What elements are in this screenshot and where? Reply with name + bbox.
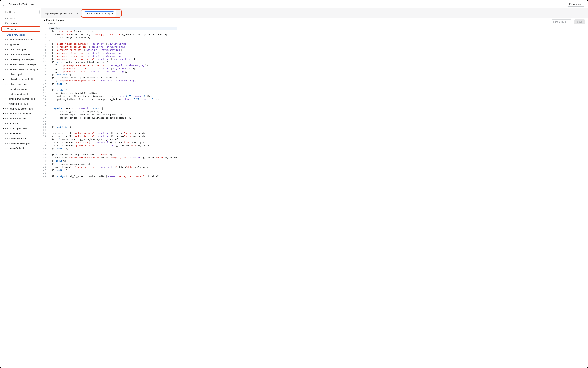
code-line[interactable]: } (49, 101, 177, 104)
code-line[interactable]: {{ 'component-rating.css' | asset_url | … (49, 55, 177, 58)
file-item[interactable]: image-banner.liquid (0, 136, 41, 141)
file-item[interactable]: header.liquid (0, 131, 41, 136)
file-item[interactable]: footer.liquid (0, 121, 41, 126)
code-line[interactable]: class="section-{{ section.id }}-padding … (49, 33, 177, 36)
code-line[interactable]: data-section="{{ section.id }}" (49, 36, 177, 39)
file-item[interactable]: featured-collection.liquid (0, 106, 41, 111)
line-number: 41 (42, 150, 47, 153)
code-line[interactable]: {{ 'component-swatch.css' | asset_url | … (49, 70, 177, 73)
code-line[interactable]: {%- endif -%} (49, 147, 177, 150)
code-line[interactable]: {%- style -%} (49, 89, 177, 92)
add-section-button[interactable]: +Add a new section (0, 32, 41, 37)
code-line[interactable]: id="MainProduct-{{ section.id }}" (49, 30, 177, 33)
code-line[interactable]: {%- if product.quantity_price_breaks_con… (49, 138, 177, 141)
code-line[interactable]: {%- endif -%} (49, 82, 177, 85)
file-item[interactable]: featured-blog.liquid (0, 101, 41, 106)
code-line[interactable]: {{ 'section-main-product.css' | asset_ur… (49, 42, 177, 46)
file-item[interactable]: contact-form.liquid (0, 87, 41, 92)
code-line[interactable]: .section-{{ section.id }}-padding { (49, 92, 177, 95)
file-item[interactable]: header-group.json (0, 126, 41, 131)
code-line[interactable] (49, 104, 177, 107)
file-item[interactable]: custom-liquid.liquid (0, 92, 41, 96)
file-item[interactable]: footer-group.json (0, 116, 41, 121)
file-item[interactable]: cart-notification-button.liquid (0, 62, 41, 67)
file-item[interactable]: cart-drawer.liquid (0, 47, 41, 52)
file-item[interactable]: cart-live-region-text.liquid (0, 57, 41, 62)
code-line[interactable]: {{ 'component-price.css' | asset_url | s… (49, 48, 177, 52)
filter-files-input[interactable] (2, 9, 40, 14)
file-item[interactable]: collage.liquid (0, 72, 41, 77)
code-line[interactable]: <script src="{{ 'price-per-item.js' | as… (49, 144, 177, 147)
code-line[interactable]: > (49, 39, 177, 42)
code-line[interactable]: padding-top: {{ section.settings.padding… (49, 95, 177, 98)
code-line[interactable]: <script src="{{ 'theme-editor.js' | asse… (49, 166, 177, 169)
code-line[interactable] (49, 150, 177, 153)
code-line[interactable]: {% endif %} (49, 159, 177, 162)
code-line[interactable]: {%- assign first_3d_model = product.medi… (49, 175, 177, 178)
code-line[interactable]: {%- if product.quantity_price_breaks_con… (49, 76, 177, 79)
line-number: 33 (42, 126, 47, 129)
close-icon[interactable]: ✕ (76, 12, 79, 15)
file-item[interactable]: collection-list.liquid (0, 82, 41, 87)
code-line[interactable]: padding-top: {{ section.settings.padding… (49, 113, 177, 116)
chevron-icon: ⌄ (3, 28, 5, 30)
code-line[interactable]: {% endunless %} (49, 73, 177, 76)
code-line[interactable]: <script src="{{ 'show-more.js' | asset_u… (49, 141, 177, 144)
exit-icon[interactable] (3, 3, 6, 6)
more-icon[interactable]: ••• (31, 3, 34, 6)
version-dropdown[interactable]: Current ▾ (44, 22, 64, 25)
code-line[interactable]: <script id="EnableZoomOnHover-main" src=… (49, 156, 177, 159)
tab-highlighted: sections/main-product.liquid✕ (81, 9, 122, 18)
code-line[interactable]: @media screen and (min-width: 750px) { (49, 107, 177, 110)
file-item[interactable]: apps.liquid (0, 42, 41, 47)
code-line[interactable]: <section (49, 27, 177, 30)
close-icon[interactable]: ✕ (118, 12, 120, 15)
line-number: 37 (42, 138, 47, 141)
code-line[interactable]: padding-bottom: {{ section.settings.padd… (49, 116, 177, 119)
preview-store-button[interactable]: Preview store (567, 2, 585, 7)
code-line[interactable]: <script src="{{ 'product-form.js' | asse… (49, 135, 177, 138)
fold-icon[interactable]: ⌄ (42, 107, 42, 109)
folder-layout[interactable]: ›layout (0, 16, 41, 21)
code-line[interactable]: {{ 'component-accordion.css' | asset_url… (49, 46, 177, 48)
code-line[interactable]: {% if section.settings.image_zoom == 'ho… (49, 153, 177, 156)
fold-icon[interactable]: ⌄ (42, 110, 42, 112)
code-line[interactable]: padding-bottom: {{ section.settings.padd… (49, 98, 177, 101)
code-line[interactable]: .section-{{ section.id }}-padding { (49, 110, 177, 113)
code-line[interactable]: {{ 'component-product-variant-picker.css… (49, 64, 177, 67)
file-item[interactable]: image-with-text.liquid (0, 141, 41, 146)
code-line[interactable]: {{ 'component-volume-pricing.css' | asse… (49, 79, 177, 82)
code-line[interactable] (49, 129, 177, 132)
line-number: 10 (42, 55, 47, 58)
code-line[interactable]: {%- if request.design_mode -%} (49, 163, 177, 166)
folder-sections[interactable]: ⌄sections (1, 27, 40, 31)
fold-icon[interactable]: ⌄ (42, 92, 42, 94)
file-item[interactable]: collapsible-content.liquid (0, 77, 41, 82)
file-item[interactable]: cart-notification-product.liquid (0, 67, 41, 72)
code-line[interactable] (49, 85, 177, 88)
code-line[interactable]: {{ 'component-slider.css' | asset_url | … (49, 52, 177, 55)
code-line[interactable]: {% unless product.has_only_default_varia… (49, 61, 177, 64)
code-line[interactable] (49, 172, 177, 175)
format-liquid-button[interactable]: Format liquid ▾ (551, 19, 572, 24)
code-line[interactable]: {{ 'component-deferred-media.css' | asse… (49, 58, 177, 61)
code-line[interactable]: } (49, 119, 177, 122)
code-line[interactable]: {{ 'component-swatch-input.css' | asset_… (49, 67, 177, 70)
folder-templates[interactable]: ›templates (0, 21, 41, 26)
fold-icon[interactable]: ⌄ (42, 39, 42, 41)
file-item[interactable]: cart-icon-bubble.liquid (0, 52, 41, 57)
editor-tab[interactable]: sections/main-product.liquid (82, 10, 116, 17)
editor-tab[interactable]: snippets/quantity-breaks.liquid✕ (43, 11, 81, 16)
code-line[interactable]: {%- endstyle -%} (49, 126, 177, 129)
file-item[interactable]: email-signup-banner.liquid (0, 96, 41, 101)
file-item[interactable]: main-404.liquid (0, 146, 41, 151)
save-button[interactable]: Save (574, 19, 585, 24)
modified-dot-icon (44, 20, 45, 21)
file-item[interactable]: featured-product.liquid (0, 111, 41, 116)
file-item[interactable]: announcement-bar.liquid (0, 37, 41, 42)
code-editor[interactable]: 12345⌄678910111213141516171819202122⌄232… (41, 26, 588, 368)
code-line[interactable]: {%- endif -%} (49, 169, 177, 172)
code-file-icon (5, 142, 8, 145)
code-line[interactable]: } (49, 122, 177, 126)
code-line[interactable]: <script src="{{ 'product-info.js' | asse… (49, 132, 177, 135)
